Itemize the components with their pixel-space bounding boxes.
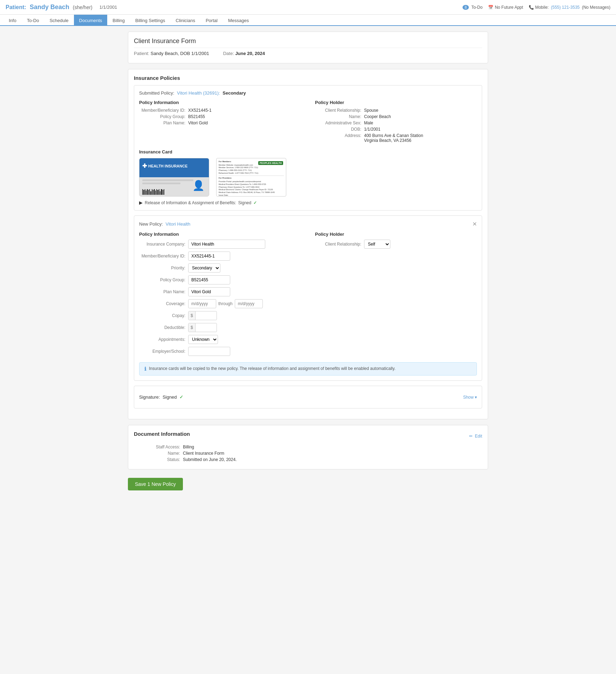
coverage-to-input[interactable]: [235, 299, 263, 308]
holder-address-label: Address:: [315, 133, 364, 143]
patient-prefix: Patient:: [6, 4, 26, 11]
tab-portal[interactable]: Portal: [200, 15, 223, 26]
doc-name-label: Name:: [134, 451, 183, 456]
deductible-dollar-wrap: $: [188, 323, 217, 332]
submitted-policy-link[interactable]: Vitori Health (32691):: [177, 90, 220, 96]
submitted-policy-info: Policy Information Member/Beneficiary ID…: [139, 100, 301, 144]
person-icon: 👤: [192, 180, 205, 191]
new-plan-name-input[interactable]: [188, 287, 230, 296]
todo-count: 8: [463, 5, 469, 10]
new-policy-group-input[interactable]: [188, 275, 230, 284]
navigation-tabs: Info To-Do Schedule Documents Billing Bi…: [0, 15, 616, 26]
admin-sex-value: Male: [364, 121, 373, 125]
insurance-policies-card: Insurance Policies Submitted Policy: Vit…: [128, 69, 488, 419]
appointments-select[interactable]: Unknown Yes No: [188, 335, 218, 344]
tab-schedule[interactable]: Schedule: [44, 15, 74, 26]
tab-messages[interactable]: Messages: [223, 15, 254, 26]
member-id-value: XX521445-1: [188, 108, 212, 113]
copay-input[interactable]: [196, 312, 217, 319]
policy-group-value: B521455: [188, 114, 205, 119]
document-info-edit-link[interactable]: ✏ Edit: [469, 434, 482, 439]
header-right: 8 To-Do 📅 No Future Appt 📞 Mobile: (555)…: [463, 5, 610, 10]
close-new-policy-button[interactable]: ✕: [472, 221, 477, 227]
coverage-date-row: through: [188, 299, 263, 308]
release-label: Release of Information & Assignment of B…: [145, 200, 236, 205]
release-row[interactable]: ▶ Release of Information & Assignment of…: [139, 200, 477, 205]
staff-access-label: Staff Access:: [134, 445, 183, 449]
health-ins-label: ✚ HEALTH INSURANCE: [142, 163, 187, 169]
patient-date-line: Patient: Sandy Beach, DOB 1/1/2001 Date:…: [134, 51, 482, 56]
submitted-policy-block: Submitted Policy: Vitori Health (32691):…: [134, 85, 482, 211]
holder-address-value: 400 Burns Ave & Canan Station Virginia B…: [364, 133, 423, 143]
signature-status: Signed: [163, 394, 177, 400]
mobile-number[interactable]: (555) 121-3535: [551, 5, 580, 10]
submitted-policy-header: Submitted Policy: Vitori Health (32691):…: [139, 90, 477, 96]
insurance-company-input[interactable]: [188, 240, 265, 249]
staff-access-row: Staff Access: Billing: [134, 445, 482, 449]
insurance-card-front[interactable]: ✚ HEALTH INSURANCE: [139, 158, 209, 197]
cross-icon: ✚: [142, 163, 147, 169]
date-label: Date:: [223, 51, 234, 56]
chevron-down-icon: ▾: [475, 395, 477, 400]
holder-name-label: Name:: [315, 114, 364, 119]
new-relationship-row: Client Relationship: Self Spouse Child O…: [315, 240, 477, 249]
appointments-label: Appointments:: [139, 337, 188, 342]
doc-name-value: Client Insurance Form: [183, 451, 224, 456]
tab-clinicians[interactable]: Clinicians: [170, 15, 200, 26]
new-policy-info-col: Policy Information Insurance Company: Me…: [139, 232, 301, 359]
policy-group-label: Policy Group:: [139, 114, 188, 119]
submitted-policy-type: Secondary: [223, 90, 246, 96]
new-policy-info-heading: Policy Information: [139, 232, 301, 237]
signature-show-link[interactable]: Show ▾: [463, 395, 477, 400]
new-policy-link[interactable]: Vitori Health: [166, 221, 191, 227]
deductible-row: Deductible: $: [139, 323, 301, 332]
priority-select[interactable]: Primary Secondary Tertiary: [188, 263, 220, 273]
submitted-policy-holder: Policy Holder Client Relationship: Spous…: [315, 100, 477, 144]
todo-badge-container[interactable]: 8 To-Do: [463, 5, 482, 10]
form-header-card: Client Insurance Form Patient: Sandy Bea…: [128, 32, 488, 63]
address-line2: Virginia Beach, VA 23456: [364, 138, 411, 143]
client-relationship-select[interactable]: Self Spouse Child Other: [364, 240, 390, 249]
address-line1: 400 Burns Ave & Canan Station: [364, 133, 423, 138]
appointments-row: Appointments: Unknown Yes No: [139, 335, 301, 344]
copay-dollar-sign: $: [189, 311, 196, 320]
doc-name-row: Name: Client Insurance Form: [134, 451, 482, 456]
document-info-heading: Document Information: [134, 431, 190, 437]
card-line-2: [142, 183, 180, 184]
relationship-row: Client Relationship: Spouse: [315, 108, 477, 113]
new-plan-name-label: Plan Name:: [139, 289, 188, 294]
policy-group-row: Policy Group: B521455: [139, 114, 301, 119]
peoples-health-logo: PEOPLES HEALTH: [258, 161, 283, 165]
tab-billing-settings[interactable]: Billing Settings: [130, 15, 170, 26]
insurance-card-back[interactable]: PEOPLES HEALTH For Members: Member Websi…: [216, 158, 286, 197]
holder-dob-row: DOB: 1/1/2001: [315, 127, 477, 132]
tab-billing[interactable]: Billing: [107, 15, 130, 26]
new-plan-name-row: Plan Name:: [139, 287, 301, 296]
insurance-company-label: Insurance Company:: [139, 242, 188, 247]
patient-dob: 1/1/2001: [100, 5, 117, 10]
form-title: Client Insurance Form: [134, 37, 482, 45]
mobile-info: 📞 Mobile: (555) 121-3535 (No Messages): [529, 5, 610, 10]
new-member-id-input[interactable]: [188, 252, 230, 261]
release-check-icon: ✓: [253, 200, 257, 205]
holder-dob-label: DOB:: [315, 127, 364, 132]
calendar-icon: 📅: [488, 5, 493, 10]
deductible-input[interactable]: [196, 324, 217, 331]
coverage-label: Coverage:: [139, 301, 188, 306]
signature-block: Signature: Signed ✓ Show ▾: [134, 386, 482, 408]
info-banner-text: Insurance cards will be copied to the ne…: [149, 366, 396, 371]
signature-check-icon: ✓: [179, 394, 183, 400]
coverage-from-input[interactable]: [188, 299, 216, 308]
tab-todo[interactable]: To-Do: [22, 15, 45, 26]
signature-label: Signature: Signed ✓: [139, 394, 183, 400]
policy-info-heading: Policy Information: [139, 100, 301, 105]
employer-school-input[interactable]: [188, 347, 230, 356]
doc-status-value: Submitted on June 20, 2024.: [183, 457, 237, 462]
holder-name-row: Name: Cooper Beach: [315, 114, 477, 119]
deductible-label: Deductible:: [139, 325, 188, 330]
save-new-policy-button[interactable]: Save 1 New Policy: [128, 478, 183, 490]
coverage-through-label: through: [218, 301, 233, 306]
tab-info[interactable]: Info: [4, 15, 22, 26]
new-policy-header: New Policy: Vitori Health ✕: [139, 221, 477, 227]
tab-documents[interactable]: Documents: [74, 15, 108, 26]
